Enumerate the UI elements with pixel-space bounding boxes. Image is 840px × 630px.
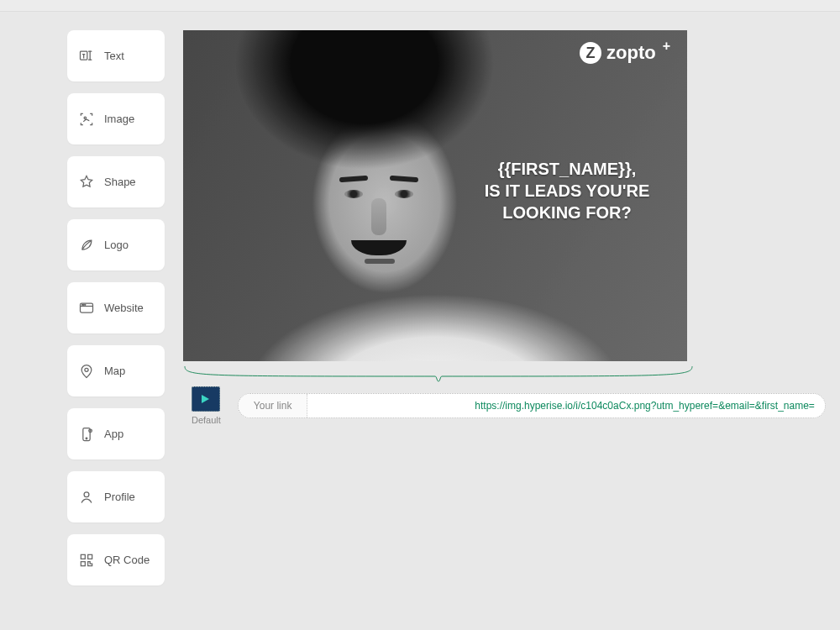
star-icon [77,173,96,192]
overlay-line: {{FIRST_NAME}}, [470,158,664,180]
image-canvas[interactable]: Z zopto+ {{FIRST_NAME}}, IS IT LEADS YOU… [183,30,687,361]
leaf-icon [77,236,96,255]
tool-label: App [104,428,123,440]
app-top-bar [0,0,840,12]
canvas-column: Z zopto+ {{FIRST_NAME}}, IS IT LEADS YOU… [183,30,840,585]
portrait-detail [371,198,386,235]
link-url-text: https://img.hyperise.io/i/c104c0aCx.png?… [307,400,824,412]
tool-qrcode[interactable]: QR Code [67,534,165,585]
tool-image[interactable]: Image [67,93,165,144]
profile-icon [77,488,96,507]
tool-shape[interactable]: Shape [67,156,165,207]
brand-mark-icon: Z [580,42,601,64]
tool-profile[interactable]: Profile [67,471,165,522]
tool-map[interactable]: Map [67,345,165,396]
tool-sidebar: Text Image Shape [67,30,165,585]
default-label: Default [192,415,221,425]
svg-point-4 [83,304,84,305]
tool-label: Text [104,50,124,62]
svg-point-8 [86,438,87,439]
tool-logo[interactable]: Logo [67,219,165,270]
output-link-row: Default Your link https://img.hyperise.i… [183,386,840,425]
canvas-span-bracket [183,365,694,381]
portrait-detail [365,259,395,264]
webpage-icon [77,299,96,318]
text-icon [77,47,96,66]
tool-label: Profile [104,491,135,503]
tool-label: Map [104,365,125,377]
qrcode-icon [77,551,96,570]
brand-name: zopto [606,42,656,64]
svg-rect-13 [81,561,85,565]
overlay-line: IS IT LEADS YOU'RE [470,180,664,202]
svg-point-5 [85,304,86,305]
tool-website[interactable]: Website [67,282,165,333]
svg-point-10 [84,491,89,496]
svg-point-3 [82,304,83,305]
plus-icon: + [663,39,670,54]
svg-rect-12 [88,554,92,559]
tool-label: Shape [104,176,136,188]
output-link-pill[interactable]: Your link https://img.hyperise.io/i/c104… [238,393,826,418]
default-integration[interactable]: Default [192,386,221,425]
map-pin-icon [77,362,96,381]
portrait-detail [344,190,363,198]
tool-app[interactable]: App [67,408,165,459]
link-lead-label: Your link [239,394,308,417]
brand-watermark: Z zopto+ [580,42,670,64]
tool-label: QR Code [104,554,150,566]
svg-rect-11 [81,554,85,559]
svg-point-1 [84,117,87,119]
tool-label: Logo [104,239,129,251]
tool-label: Image [104,113,134,125]
workspace: Text Image Shape [0,12,840,585]
overlay-text-block[interactable]: {{FIRST_NAME}}, IS IT LEADS YOU'RE LOOKI… [470,158,664,223]
portrait-detail [395,190,413,198]
tool-text[interactable]: Text [67,30,165,81]
phone-app-icon [77,425,96,444]
image-scan-icon [77,110,96,129]
svg-point-6 [85,368,88,371]
default-thumb-icon [192,386,220,412]
tool-label: Website [104,302,144,314]
overlay-line: LOOKING FOR? [470,202,664,223]
